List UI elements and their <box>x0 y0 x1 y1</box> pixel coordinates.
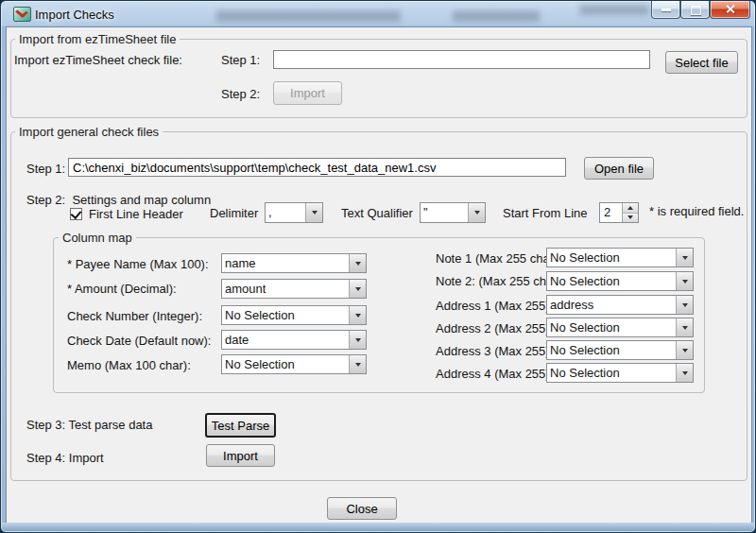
select-file-button[interactable]: Select file <box>665 51 738 74</box>
import-checks-window: Import Checks Import from ezTimeSheet fi… <box>0 0 756 533</box>
chevron-down-icon[interactable] <box>676 249 693 266</box>
general-group-legend: Import general check files <box>15 125 163 139</box>
memo-select[interactable]: No Selection <box>221 354 367 374</box>
text-qualifier-value: " <box>421 203 468 222</box>
note1-select[interactable]: No Selection <box>546 248 694 267</box>
start-from-line-label: Start From Line <box>503 206 588 221</box>
note1-label: Note 1 (Max 255 char) <box>436 251 558 266</box>
payee-name-select[interactable]: name <box>221 253 367 273</box>
chevron-down-icon[interactable] <box>349 254 366 272</box>
address4-select[interactable]: No Selection <box>546 363 694 383</box>
eztimesheet-group-legend: Import from ezTimeSheet file <box>15 32 180 46</box>
eztimesheet-step2-label: Step 2: <box>221 87 260 102</box>
check-number-select[interactable]: No Selection <box>221 305 367 325</box>
address3-label: Address 3 (Max 255): <box>436 344 553 359</box>
close-icon <box>725 4 735 14</box>
chevron-down-icon[interactable] <box>468 203 485 222</box>
address1-select[interactable]: address <box>546 295 694 315</box>
selected-value: address <box>547 296 676 314</box>
checkmark-icon <box>71 208 82 219</box>
chevron-down-icon[interactable] <box>349 355 366 373</box>
selected-value: No Selection <box>547 364 676 382</box>
address3-select[interactable]: No Selection <box>546 340 694 360</box>
chevron-down-icon[interactable] <box>676 296 693 314</box>
selected-value: name <box>222 254 349 272</box>
selected-value: date <box>222 331 349 349</box>
general-step2-label: Step 2: Settings and map column <box>26 193 211 208</box>
first-line-header-label: First Line Header <box>89 207 183 222</box>
payee-name-label: * Payee Name (Max 100): <box>67 257 209 272</box>
chevron-down-icon[interactable] <box>676 341 693 359</box>
minimize-button[interactable] <box>651 1 680 19</box>
amount-select[interactable]: amount <box>221 279 367 299</box>
selected-value: No Selection <box>547 272 676 290</box>
note2-select[interactable]: No Selection <box>546 271 694 291</box>
close-window-button[interactable] <box>710 1 750 19</box>
chevron-down-icon[interactable] <box>349 331 366 349</box>
window-bottom-frame <box>2 523 754 531</box>
selected-value: No Selection <box>222 355 349 373</box>
general-step1-label: Step 1: <box>26 162 65 177</box>
import-button[interactable]: Import <box>206 444 275 467</box>
test-parse-button[interactable]: Test Parse <box>205 413 276 438</box>
first-line-header-checkbox[interactable] <box>70 208 82 220</box>
step3-label: Step 3: Test parse data <box>26 418 152 433</box>
app-icon <box>13 7 31 22</box>
selected-value: No Selection <box>222 306 349 324</box>
open-file-button[interactable]: Open file <box>584 157 654 180</box>
eztimesheet-file-label: Import ezTimeSheet check file: <box>14 53 182 68</box>
address1-label: Address 1 (Max 255): <box>436 299 553 314</box>
selected-value: No Selection <box>547 249 676 266</box>
amount-label: * Amount (Decimal): <box>67 282 177 297</box>
window-title: Import Checks <box>35 8 114 22</box>
background-window-artifact <box>579 5 649 15</box>
chevron-down-icon[interactable] <box>349 306 366 324</box>
check-date-label: Check Date (Default now): <box>67 334 211 349</box>
spinner-down-icon[interactable] <box>623 213 638 223</box>
delimiter-select[interactable]: , <box>265 202 323 223</box>
step4-label: Step 4: Import <box>26 451 104 466</box>
column-map-legend: Column map <box>59 231 136 245</box>
memo-label: Memo (Max 100 char): <box>67 358 191 373</box>
background-window-artifact <box>453 10 540 22</box>
eztimesheet-file-input[interactable] <box>273 50 650 69</box>
eztimesheet-step1-label: Step 1: <box>221 53 260 68</box>
check-date-select[interactable]: date <box>221 330 367 350</box>
address2-label: Address 2 (Max 255): <box>436 321 553 336</box>
maximize-button[interactable] <box>680 1 710 19</box>
start-from-line-value: 2 <box>600 203 622 222</box>
delimiter-value: , <box>266 203 305 222</box>
chevron-down-icon[interactable] <box>349 280 366 298</box>
text-qualifier-label: Text Qualifier <box>341 206 413 221</box>
chevron-down-icon[interactable] <box>305 203 322 222</box>
text-qualifier-select[interactable]: " <box>420 202 486 223</box>
selected-value: No Selection <box>547 318 676 336</box>
selected-value: No Selection <box>547 341 676 359</box>
spinner-up-icon[interactable] <box>623 203 638 213</box>
chevron-down-icon[interactable] <box>676 364 693 382</box>
chevron-down-icon[interactable] <box>676 318 693 336</box>
address4-label: Address 4 (Max 255): <box>436 367 553 382</box>
maximize-icon <box>691 6 701 15</box>
minimize-icon <box>662 9 671 11</box>
delimiter-label: Delimiter <box>210 206 258 221</box>
check-number-label: Check Number (Integer): <box>67 309 202 324</box>
close-button[interactable]: Close <box>327 497 397 520</box>
start-from-line-stepper[interactable]: 2 <box>599 202 639 223</box>
chevron-down-icon[interactable] <box>676 272 693 290</box>
background-window-artifact <box>216 10 401 22</box>
eztimesheet-import-button[interactable]: Import <box>273 81 342 105</box>
address2-select[interactable]: No Selection <box>546 318 694 337</box>
selected-value: amount <box>222 280 349 298</box>
check-file-path-input[interactable] <box>68 158 566 177</box>
required-field-note: * is required field. <box>649 204 744 219</box>
